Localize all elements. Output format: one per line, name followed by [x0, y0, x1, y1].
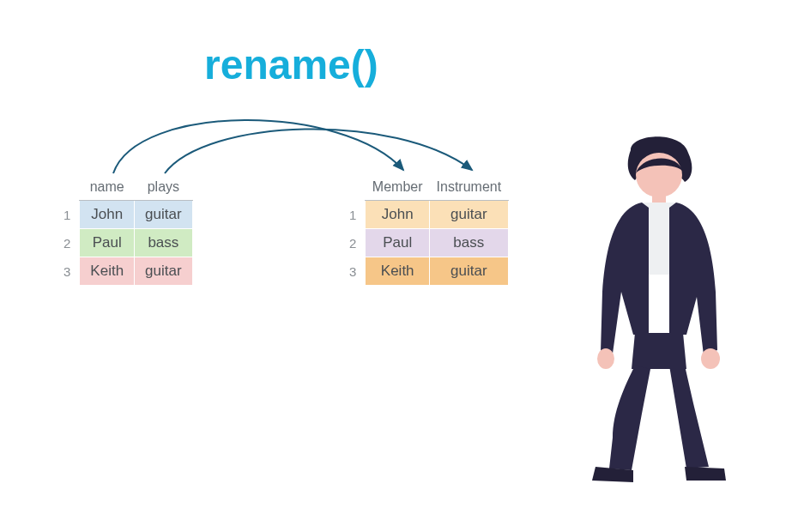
cell-instrument: guitar	[430, 257, 509, 286]
table-row: 1 John guitar	[339, 201, 508, 229]
row-index: 3	[339, 257, 366, 286]
col-header-name: name	[80, 176, 135, 201]
row-index: 1	[339, 201, 366, 229]
cell-plays: guitar	[135, 257, 193, 286]
row-index: 2	[53, 229, 80, 257]
cell-instrument: guitar	[430, 201, 509, 229]
table-row: 2 Paul bass	[53, 229, 192, 257]
cell-name: Keith	[80, 257, 135, 286]
col-header-member: Member	[366, 176, 430, 201]
table-row: 3 Keith guitar	[53, 257, 192, 286]
cell-member: John	[366, 201, 430, 229]
source-table: name plays 1 John guitar 2 Paul bass 3 K…	[53, 176, 193, 286]
person-illustration	[549, 129, 755, 498]
cell-plays: guitar	[135, 201, 193, 229]
row-index: 3	[53, 257, 80, 286]
cell-name: John	[80, 201, 135, 229]
table-row: 1 John guitar	[53, 201, 192, 229]
row-index: 2	[339, 229, 366, 257]
svg-point-2	[597, 348, 614, 369]
cell-name: Paul	[80, 229, 135, 257]
cell-member: Paul	[366, 229, 430, 257]
svg-point-3	[701, 348, 720, 369]
cell-member: Keith	[366, 257, 430, 286]
col-header-plays: plays	[135, 176, 193, 201]
col-header-instrument: Instrument	[430, 176, 509, 201]
row-index: 1	[53, 201, 80, 229]
diagram-title: rename()	[204, 41, 378, 88]
svg-rect-1	[652, 192, 666, 204]
table-row: 3 Keith guitar	[339, 257, 508, 286]
table-row: 2 Paul bass	[339, 229, 508, 257]
cell-plays: bass	[135, 229, 193, 257]
result-table: Member Instrument 1 John guitar 2 Paul b…	[339, 176, 509, 286]
cell-instrument: bass	[430, 229, 509, 257]
